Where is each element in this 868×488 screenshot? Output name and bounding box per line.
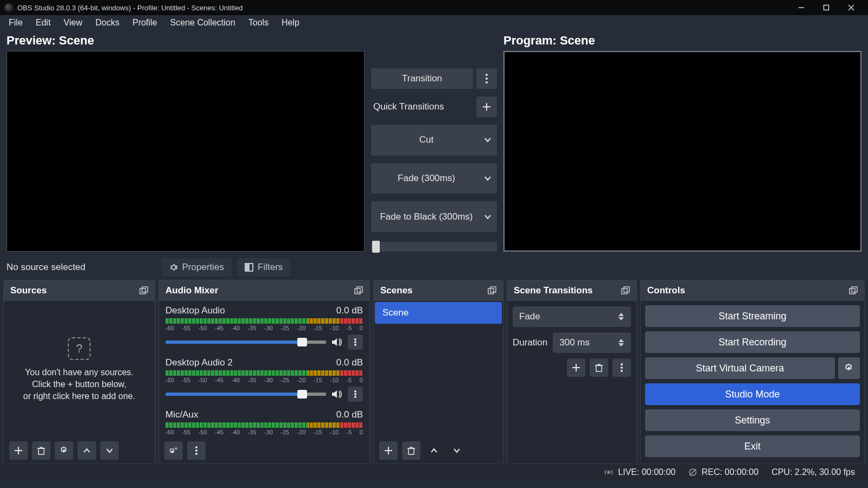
scene-move-down-button[interactable] (448, 441, 466, 460)
transition-selected: Fade (519, 311, 540, 322)
duration-label: Duration (513, 337, 547, 348)
titlebar: OBS Studio 28.0.3 (64-bit, windows) - Pr… (0, 0, 868, 15)
svg-point-26 (354, 390, 356, 393)
virtual-camera-settings-button[interactable] (838, 357, 860, 379)
svg-point-54 (621, 370, 623, 372)
quick-transitions-label: Quick Transitions (371, 97, 473, 117)
mixer-title: Audio Mixer (165, 285, 218, 296)
add-transition-button[interactable] (567, 358, 585, 377)
remove-transition-button[interactable] (590, 358, 608, 377)
svg-rect-56 (852, 287, 857, 292)
popout-icon[interactable] (849, 286, 858, 295)
scene-filter-button[interactable] (425, 441, 443, 460)
preview-canvas[interactable] (7, 51, 365, 252)
speaker-icon[interactable] (331, 389, 342, 399)
svg-point-31 (195, 446, 197, 448)
transition-properties-button[interactable] (612, 358, 631, 377)
menu-help[interactable]: Help (275, 16, 306, 30)
start-recording-button[interactable]: Start Recording (645, 331, 860, 353)
filters-button[interactable]: Filters (237, 258, 290, 277)
properties-button[interactable]: Properties (162, 258, 232, 277)
source-move-down-button[interactable] (100, 441, 119, 460)
svg-point-58 (608, 471, 610, 473)
volume-slider[interactable] (165, 393, 326, 396)
menu-file[interactable]: File (2, 16, 29, 30)
mixer-menu-button[interactable] (187, 441, 206, 460)
popout-icon[interactable] (354, 286, 363, 295)
program-title: Program: Scene (503, 34, 861, 48)
popout-icon[interactable] (139, 286, 148, 295)
channel-menu-button[interactable] (348, 387, 363, 402)
duration-input[interactable]: 300 ms (553, 332, 631, 353)
remove-scene-button[interactable] (402, 441, 420, 460)
close-button[interactable] (839, 0, 864, 15)
source-move-up-button[interactable] (78, 441, 96, 460)
popout-icon[interactable] (621, 286, 630, 295)
menu-tools[interactable]: Tools (242, 16, 275, 30)
volume-slider[interactable] (165, 341, 326, 344)
transition-button[interactable]: Transition (371, 68, 473, 89)
svg-point-30 (175, 448, 177, 450)
mixer-channel: Desktop Audio0.0 dB -60-55-50-45-40-35-3… (159, 301, 369, 353)
meter-ticks: -60-55-50-45-40-35-30-25-20-15-10-50 (165, 377, 363, 383)
svg-point-52 (621, 363, 623, 365)
program-canvas[interactable] (503, 51, 861, 252)
svg-rect-15 (39, 448, 44, 454)
minimize-button[interactable] (789, 0, 814, 15)
channel-menu-button[interactable] (348, 335, 363, 350)
remove-source-button[interactable] (32, 441, 50, 460)
svg-point-24 (354, 344, 356, 346)
add-source-button[interactable] (9, 441, 28, 460)
popout-icon[interactable] (488, 286, 496, 295)
filters-label: Filters (258, 262, 283, 273)
menu-edit[interactable]: Edit (29, 16, 58, 30)
status-rec: REC: 00:00:00 (688, 467, 758, 477)
start-streaming-button[interactable]: Start Streaming (645, 305, 860, 327)
quick-transition-cut[interactable]: Cut (371, 125, 497, 156)
source-properties-button[interactable] (55, 441, 73, 460)
record-icon (688, 468, 697, 477)
transition-select[interactable]: Fade (513, 306, 631, 327)
mixer-advanced-button[interactable] (164, 441, 183, 460)
maximize-button[interactable] (814, 0, 839, 15)
exit-button[interactable]: Exit (645, 435, 860, 457)
studio-mode-button[interactable]: Studio Mode (645, 383, 860, 405)
menu-profile[interactable]: Profile (126, 16, 163, 30)
svg-rect-41 (622, 288, 627, 294)
svg-point-5 (486, 78, 488, 80)
channel-level: 0.0 dB (336, 409, 363, 420)
sources-empty-3: or right click here to add one. (23, 391, 135, 401)
select-spinner-icon (618, 309, 628, 325)
audio-mixer-dock: Audio Mixer Desktop Audio0.0 dB -60-55-5… (158, 280, 370, 464)
meter-ticks: -60-55-50-45-40-35-30-25-20-15-10-50 (165, 325, 363, 331)
svg-marker-44 (618, 317, 624, 320)
speaker-icon[interactable] (331, 337, 342, 347)
start-virtual-camera-button[interactable]: Start Virtual Camera (645, 357, 835, 379)
transition-panel: Transition Quick Transitions Cut Fade (3… (371, 34, 497, 252)
meter-ticks: -60-55-50-45-40-35-30-25-20-15-10-50 (165, 429, 363, 435)
broadcast-icon (604, 467, 614, 477)
add-scene-button[interactable] (379, 441, 398, 460)
controls-dock: Controls Start Streaming Start Recording… (640, 280, 865, 464)
svg-rect-1 (824, 5, 829, 10)
channel-name: Desktop Audio 2 (165, 357, 233, 368)
menu-scene-collection[interactable]: Scene Collection (164, 16, 242, 30)
menu-view[interactable]: View (57, 16, 88, 30)
quick-transition-fade[interactable]: Fade (300ms) (371, 163, 497, 194)
scene-item[interactable]: Scene (375, 302, 502, 324)
sources-empty-2: Click the + button below, (32, 380, 126, 389)
quick-transition-fade-black[interactable]: Fade to Black (300ms) (371, 201, 497, 232)
controls-title: Controls (647, 285, 685, 296)
add-quick-transition-button[interactable] (476, 97, 497, 117)
duration-value: 300 ms (559, 337, 590, 348)
svg-marker-45 (618, 339, 624, 342)
settings-button[interactable]: Settings (645, 409, 860, 431)
status-live: LIVE: 00:00:00 (604, 467, 675, 477)
menu-docks[interactable]: Docks (89, 16, 126, 30)
svg-rect-11 (140, 288, 145, 294)
transition-menu-button[interactable] (476, 68, 497, 89)
menubar: File Edit View Docks Profile Scene Colle… (0, 15, 868, 30)
chevron-down-icon (484, 175, 492, 182)
tbar-slider[interactable] (371, 242, 497, 252)
svg-point-53 (621, 367, 623, 369)
